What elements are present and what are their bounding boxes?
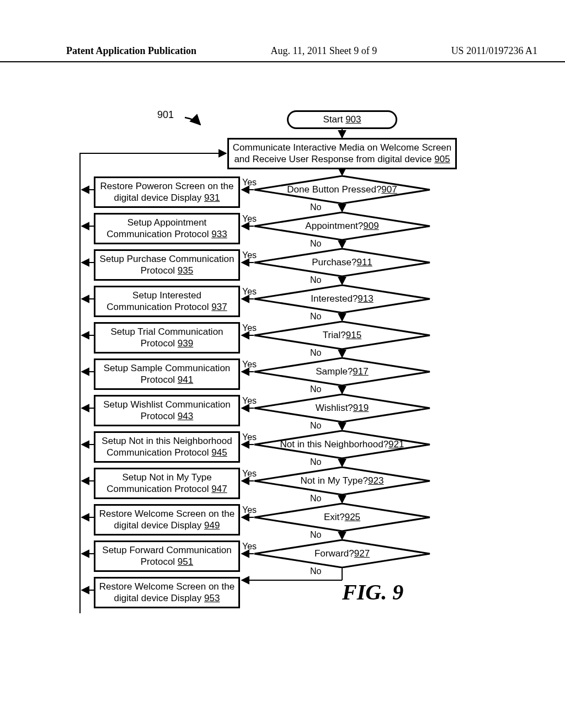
yes-5: Yes bbox=[242, 360, 257, 370]
ref-901: 901 bbox=[157, 109, 174, 121]
action-953: Restore Welcome Screen on the digital de… bbox=[94, 577, 240, 608]
action-951: Setup Forward Communication Protocol 951 bbox=[94, 540, 240, 572]
action-939: Setup Trial Communication Protocol 939 bbox=[94, 322, 240, 354]
decision-wishlist: Wishlist? 919 bbox=[254, 394, 430, 422]
yes-10: Yes bbox=[242, 542, 257, 552]
action-941: Setup Sample Communication Protocol 941 bbox=[94, 358, 240, 390]
no-10: No bbox=[310, 566, 321, 576]
action-931: Restore Poweron Screen on the digital de… bbox=[94, 176, 240, 208]
decision-exit: Exit? 925 bbox=[254, 503, 430, 532]
yes-2: Yes bbox=[242, 250, 257, 260]
no-4: No bbox=[310, 348, 321, 358]
yes-9: Yes bbox=[242, 505, 257, 515]
decision-forward: Forward? 927 bbox=[254, 539, 430, 568]
communicate-box: Communicate Interactive Media on Welcome… bbox=[227, 138, 457, 169]
no-5: No bbox=[310, 384, 321, 394]
start-terminator: Start 903 bbox=[287, 110, 397, 129]
action-945: Setup Not in this Neighborhood Communica… bbox=[94, 431, 240, 463]
decision-neighborhood: Not in this Neighborhood? 921 bbox=[254, 430, 430, 459]
decision-appointment: Appointment? 909 bbox=[254, 212, 430, 240]
page-header: Patent Application Publication Aug. 11, … bbox=[0, 45, 565, 62]
action-937: Setup Interested Communication Protocol … bbox=[94, 286, 240, 317]
decision-mytype: Not in My Type? 923 bbox=[254, 467, 430, 495]
no-6: No bbox=[310, 421, 321, 431]
action-933: Setup Appointment Communication Protocol… bbox=[94, 213, 240, 244]
yes-4: Yes bbox=[242, 323, 257, 333]
decision-sample: Sample? 917 bbox=[254, 357, 430, 386]
decision-purchase: Purchase? 911 bbox=[254, 248, 430, 277]
yes-7: Yes bbox=[242, 432, 257, 442]
yes-0: Yes bbox=[242, 178, 257, 188]
yes-6: Yes bbox=[242, 396, 257, 406]
decision-done: Done Button Pressed? 907 bbox=[254, 175, 430, 204]
no-7: No bbox=[310, 457, 321, 467]
decision-interested: Interested? 913 bbox=[254, 285, 430, 313]
action-935: Setup Purchase Communication Protocol 93… bbox=[94, 249, 240, 281]
start-label: Start bbox=[323, 114, 346, 125]
no-2: No bbox=[310, 275, 321, 285]
action-943: Setup Wishlist Communication Protocol 94… bbox=[94, 395, 240, 426]
communicate-label: Communicate Interactive Media on Welcome… bbox=[233, 142, 452, 164]
header-left: Patent Application Publication bbox=[66, 45, 196, 57]
header-center: Aug. 11, 2011 Sheet 9 of 9 bbox=[271, 45, 377, 57]
no-1: No bbox=[310, 239, 321, 249]
header-right: US 2011/0197236 A1 bbox=[451, 45, 537, 57]
communicate-ref: 905 bbox=[434, 154, 450, 164]
decision-trial: Trial? 915 bbox=[254, 321, 430, 350]
no-3: No bbox=[310, 312, 321, 322]
yes-3: Yes bbox=[242, 287, 257, 297]
no-8: No bbox=[310, 494, 321, 504]
yes-1: Yes bbox=[242, 214, 257, 224]
start-ref: 903 bbox=[345, 114, 361, 125]
figure-label: FIG. 9 bbox=[342, 579, 403, 605]
yes-8: Yes bbox=[242, 469, 257, 479]
action-949: Restore Welcome Screen on the digital de… bbox=[94, 504, 240, 536]
flowchart: 901 Start 903 Communicate Interactive Me… bbox=[72, 94, 491, 623]
no-0: No bbox=[310, 202, 321, 212]
action-947: Setup Not in My Type Communication Proto… bbox=[94, 468, 240, 499]
no-9: No bbox=[310, 530, 321, 540]
